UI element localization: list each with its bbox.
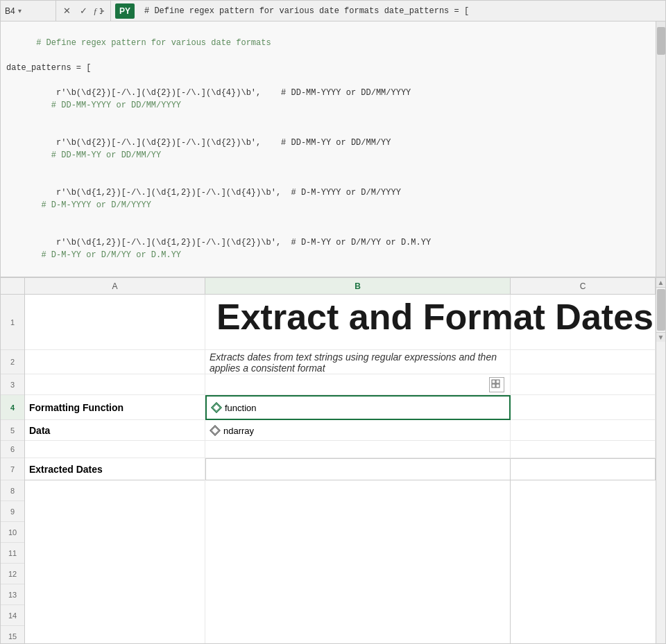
- code-line-2: date_patterns = [: [6, 62, 660, 74]
- scroll-thumb: [657, 289, 665, 331]
- grid-scrollbar[interactable]: ▲ ▼: [656, 278, 665, 643]
- formula-content: # Define regex pattern for various date …: [139, 6, 665, 16]
- cell-b5[interactable]: ndarray: [205, 420, 511, 441]
- svg-rect-3: [492, 384, 495, 388]
- code-line-1: # Define regex pattern for various date …: [6, 24, 660, 62]
- row-num-13: 13: [1, 584, 24, 605]
- cell-b7[interactable]: [205, 458, 511, 480]
- cell-a3[interactable]: [25, 374, 205, 395]
- subtitle-text: Extracts dates from text strings using r…: [210, 351, 506, 374]
- insert-function-icon: [99, 7, 107, 15]
- col-header-b: B: [205, 278, 511, 294]
- row-number-header: [1, 278, 24, 295]
- cell-b4[interactable]: function: [205, 395, 511, 420]
- row-num-9: 9: [1, 501, 24, 522]
- grid-row-6: [25, 441, 656, 458]
- row-numbers-column: 1 2 3 4 5 6 7 8 9 10 11 12 13 14 15 16 1…: [1, 278, 25, 643]
- grid-row-1: Extract and Format Dates: [25, 295, 656, 350]
- row-num-15: 15: [1, 626, 24, 643]
- code-line-6: r'\b(\d{1,2})[-/\.](\d{1,2})[-/\.](\d{2}…: [6, 224, 660, 274]
- formula-bar: B4 ▾ ✕ ✓ ƒ PY # Define regex pattern for…: [1, 1, 665, 21]
- grid-wrapper: 1 2 3 4 5 6 7 8 9 10 11 12 13 14 15 16 1…: [1, 278, 665, 643]
- cell-c-data[interactable]: [511, 480, 656, 643]
- cell-c2[interactable]: [511, 350, 656, 374]
- svg-rect-4: [496, 384, 500, 388]
- cell-a2[interactable]: [25, 350, 205, 374]
- formula-bar-icons: ✕ ✓ ƒ: [56, 1, 111, 21]
- confirm-formula-button[interactable]: ✓: [76, 3, 91, 19]
- python-badge[interactable]: PY: [115, 3, 135, 19]
- python-code-panel: # Define regex pattern for various date …: [1, 21, 665, 278]
- row-num-4: 4: [1, 395, 24, 420]
- cell-a-data[interactable]: [25, 480, 205, 643]
- row-num-12: 12: [1, 564, 24, 584]
- cell-c1[interactable]: [511, 295, 656, 350]
- extracted-dates-label: Extracted Dates: [29, 464, 103, 475]
- cell-b2[interactable]: Extracts dates from text strings using r…: [205, 350, 511, 374]
- scroll-down-button[interactable]: ▼: [656, 332, 665, 342]
- grid-content: A B C Extract and Format Dates Extracts …: [25, 278, 656, 643]
- grid-row-2: Extracts dates from text strings using r…: [25, 350, 656, 374]
- cell-c6[interactable]: [511, 441, 656, 458]
- spreadsheet-container: B4 ▾ ✕ ✓ ƒ PY # Define regex pattern for…: [0, 0, 666, 644]
- cell-a7[interactable]: Extracted Dates: [25, 458, 205, 480]
- code-line-5: r'\b(\d{1,2})[-/\.](\d{1,2})[-/\.](\d{4}…: [6, 174, 660, 224]
- code-line-4: r'\b(\d{2})[-/\.](\d{2})[-/\.](\d{2})\b'…: [6, 124, 660, 174]
- cell-b-data[interactable]: [205, 480, 511, 643]
- cell-c3[interactable]: [511, 374, 656, 395]
- row-num-2: 2: [1, 350, 24, 374]
- cell-c5[interactable]: [511, 420, 656, 441]
- scroll-up-button[interactable]: ▲: [656, 278, 665, 288]
- grid-view-button[interactable]: [489, 377, 504, 392]
- col-header-a: A: [25, 278, 205, 294]
- column-headers: A B C: [25, 278, 656, 295]
- row-num-8: 8: [1, 480, 24, 501]
- grid-row-3: [25, 374, 656, 395]
- grid-view-icon: [491, 379, 502, 390]
- cell-a5[interactable]: Data: [25, 420, 205, 441]
- cell-ref-dropdown-arrow[interactable]: ▾: [18, 7, 22, 15]
- code-line-3: r'\b(\d{2})[-/\.](\d{2})[-/\.](\d{4})\b'…: [6, 74, 660, 124]
- grid-row-5: Data ndarray: [25, 420, 656, 441]
- row-num-3: 3: [1, 374, 24, 395]
- insert-function-button[interactable]: ƒ: [92, 3, 108, 19]
- row-num-11: 11: [1, 543, 24, 564]
- code-panel-scrollbar[interactable]: [656, 21, 665, 277]
- cell-a1[interactable]: [25, 295, 205, 350]
- cell-reference-box[interactable]: B4 ▾: [1, 1, 56, 21]
- row-num-7: 7: [1, 458, 24, 480]
- cell-b6[interactable]: [205, 441, 511, 458]
- grid-row-7: Extracted Dates: [25, 458, 656, 480]
- row-num-1: 1: [1, 295, 24, 350]
- python-diamond-icon-b5: [210, 425, 221, 436]
- scroll-track[interactable]: [656, 289, 665, 331]
- data-value: ndarray: [223, 426, 254, 436]
- python-diamond-icon-b4: [211, 402, 222, 413]
- formatting-function-label: Formatting Function: [29, 402, 123, 413]
- svg-rect-2: [496, 380, 500, 383]
- big-data-area: [25, 480, 656, 643]
- cell-c4[interactable]: [511, 395, 656, 420]
- cell-b1[interactable]: Extract and Format Dates: [205, 295, 511, 350]
- col-header-c: C: [511, 278, 656, 294]
- cancel-formula-button[interactable]: ✕: [59, 3, 74, 19]
- cell-b3[interactable]: [205, 374, 511, 395]
- row-num-14: 14: [1, 605, 24, 626]
- scroll-thumb: [657, 27, 665, 55]
- row-num-5: 5: [1, 420, 24, 441]
- row-num-10: 10: [1, 522, 24, 543]
- data-label: Data: [29, 425, 50, 436]
- row-num-6: 6: [1, 441, 24, 458]
- grid-row-4: Formatting Function function: [25, 395, 656, 420]
- cell-a6[interactable]: [25, 441, 205, 458]
- cell-ref-text: B4: [5, 6, 15, 16]
- cell-a4[interactable]: Formatting Function: [25, 395, 205, 420]
- svg-rect-1: [492, 380, 495, 383]
- cell-c7[interactable]: [511, 458, 656, 480]
- formatting-function-value: function: [225, 403, 257, 413]
